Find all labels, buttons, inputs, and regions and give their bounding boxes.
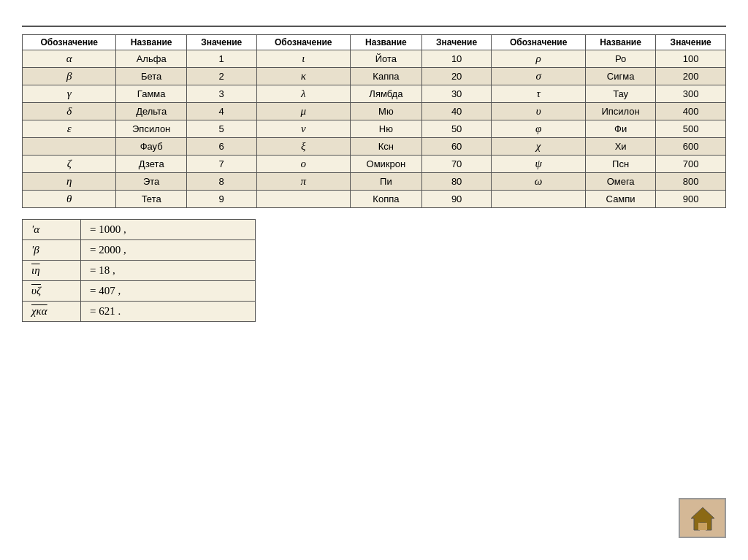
home-button[interactable] xyxy=(679,498,726,538)
example-value: = 621 . xyxy=(81,302,256,322)
table-cell: Пи xyxy=(350,173,421,191)
table-cell: Дзета xyxy=(116,156,186,173)
table-cell: Эпсилон xyxy=(116,120,186,138)
table-cell: χ xyxy=(492,138,585,156)
table-cell: λ xyxy=(256,85,350,103)
table-cell: φ xyxy=(492,120,585,138)
table-cell: Фауб xyxy=(116,138,186,156)
table-cell: ψ xyxy=(492,156,585,173)
table-cell: 400 xyxy=(656,103,726,120)
table-cell: 40 xyxy=(421,103,492,120)
table-cell: Сампи xyxy=(585,191,655,208)
table-cell: 60 xyxy=(421,138,492,156)
table-cell: 7 xyxy=(186,156,256,173)
table-cell: Ксн xyxy=(350,138,421,156)
table-cell: 10 xyxy=(421,50,492,68)
table-cell: ι xyxy=(256,50,350,68)
table-cell: 100 xyxy=(656,50,726,68)
col-header-6: Значение xyxy=(421,35,492,50)
col-header-4: Обозначение xyxy=(256,35,350,50)
example-symbol: 'β xyxy=(23,240,81,261)
table-cell: σ xyxy=(492,68,585,85)
table-cell: Йота xyxy=(350,50,421,68)
table-cell: 9 xyxy=(186,191,256,208)
col-header-3: Значение xyxy=(186,35,256,50)
table-cell: 2 xyxy=(186,68,256,85)
table-cell: 800 xyxy=(656,173,726,191)
table-cell: Дельта xyxy=(116,103,186,120)
table-cell: τ xyxy=(492,85,585,103)
table-cell: Хи xyxy=(585,138,655,156)
table-cell: Омикрон xyxy=(350,156,421,173)
table-cell xyxy=(23,138,116,156)
table-cell: Тета xyxy=(116,191,186,208)
table-cell: δ xyxy=(23,103,116,120)
table-cell: 3 xyxy=(186,85,256,103)
table-cell: 6 xyxy=(186,138,256,156)
table-cell: Мю xyxy=(350,103,421,120)
table-cell: ω xyxy=(492,173,585,191)
table-cell: α xyxy=(23,50,116,68)
table-cell: μ xyxy=(256,103,350,120)
table-cell: 50 xyxy=(421,120,492,138)
table-cell: Ро xyxy=(585,50,655,68)
col-header-1: Обозначение xyxy=(23,35,116,50)
table-cell: κ xyxy=(256,68,350,85)
table-cell: γ xyxy=(23,85,116,103)
table-cell: Фи xyxy=(585,120,655,138)
table-cell: 300 xyxy=(656,85,726,103)
table-cell: Каппа xyxy=(350,68,421,85)
table-cell: Эта xyxy=(116,173,186,191)
table-cell: 900 xyxy=(656,191,726,208)
table-cell: β xyxy=(23,68,116,85)
example-value: = 18 , xyxy=(81,261,256,281)
table-cell: ξ xyxy=(256,138,350,156)
col-header-9: Значение xyxy=(656,35,726,50)
table-cell: 90 xyxy=(421,191,492,208)
table-cell: 30 xyxy=(421,85,492,103)
example-value: = 2000 , xyxy=(81,240,256,261)
table-cell: 80 xyxy=(421,173,492,191)
example-value: = 407 , xyxy=(81,281,256,302)
table-cell: 500 xyxy=(656,120,726,138)
table-cell: Альфа xyxy=(116,50,186,68)
table-cell: Коппа xyxy=(350,191,421,208)
table-cell: θ xyxy=(23,191,116,208)
examples-table: 'α= 1000 ,'β= 2000 ,ιη= 18 ,υζ= 407 ,χκα… xyxy=(22,219,256,322)
table-cell: Псн xyxy=(585,156,655,173)
table-cell: Ню xyxy=(350,120,421,138)
svg-rect-1 xyxy=(698,523,707,530)
example-symbol: ιη xyxy=(23,261,81,281)
table-cell: Гамма xyxy=(116,85,186,103)
table-cell: ρ xyxy=(492,50,585,68)
table-cell: Тау xyxy=(585,85,655,103)
table-cell: Бета xyxy=(116,68,186,85)
table-cell: υ xyxy=(492,103,585,120)
table-cell: 1 xyxy=(186,50,256,68)
example-symbol: υζ xyxy=(23,281,81,302)
example-value: = 1000 , xyxy=(81,220,256,240)
table-cell: ν xyxy=(256,120,350,138)
table-cell: 4 xyxy=(186,103,256,120)
table-cell: ε xyxy=(23,120,116,138)
table-cell: 20 xyxy=(421,68,492,85)
example-symbol: 'α xyxy=(23,220,81,240)
example-symbol: χκα xyxy=(23,302,81,322)
table-cell xyxy=(492,191,585,208)
table-cell: 600 xyxy=(656,138,726,156)
table-cell: Сигма xyxy=(585,68,655,85)
table-cell: Лямбда xyxy=(350,85,421,103)
table-cell: 5 xyxy=(186,120,256,138)
col-header-5: Название xyxy=(350,35,421,50)
table-cell: 8 xyxy=(186,173,256,191)
greek-numeral-table: Обозначение Название Значение Обозначени… xyxy=(22,34,726,208)
divider xyxy=(22,26,726,27)
table-cell: π xyxy=(256,173,350,191)
table-cell: 70 xyxy=(421,156,492,173)
table-cell: Ипсилон xyxy=(585,103,655,120)
table-cell: Омега xyxy=(585,173,655,191)
col-header-2: Название xyxy=(116,35,186,50)
table-cell: ο xyxy=(256,156,350,173)
col-header-8: Название xyxy=(585,35,655,50)
home-icon xyxy=(688,504,717,533)
